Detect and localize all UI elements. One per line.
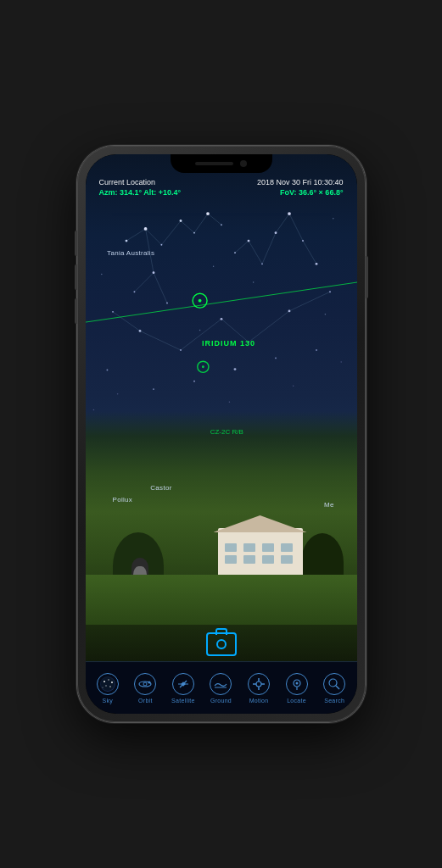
ground-icon: [210, 673, 232, 695]
svg-point-32: [234, 252, 236, 253]
svg-point-50: [275, 357, 277, 359]
svg-point-36: [288, 212, 291, 215]
me-label: Me: [324, 501, 334, 509]
nav-label-ground: Ground: [210, 698, 232, 704]
nav-label-motion: Motion: [249, 698, 269, 704]
fov-label: FoV: 36.6° × 66.8°: [280, 188, 344, 197]
phone-notch: [171, 154, 272, 173]
svg-line-8: [154, 273, 167, 303]
grass: [86, 575, 357, 625]
ground-background: [86, 411, 357, 663]
nav-item-search[interactable]: Search: [319, 670, 350, 704]
svg-point-44: [288, 309, 290, 312]
svg-point-46: [106, 370, 108, 371]
nav-label-locate: Locate: [287, 698, 306, 704]
orbit-icon: [134, 673, 156, 695]
nav-label-orbit: Orbit: [138, 698, 153, 704]
svg-point-69: [108, 679, 109, 680]
svg-point-30: [133, 291, 135, 292]
svg-point-47: [153, 388, 154, 390]
svg-point-33: [247, 240, 249, 242]
svg-point-57: [333, 218, 334, 220]
svg-line-4: [194, 214, 208, 233]
svg-line-91: [336, 686, 339, 689]
window: [262, 555, 274, 564]
nav-label-sky: Sky: [102, 698, 113, 704]
svg-point-52: [199, 330, 200, 331]
motion-icon: [248, 673, 270, 695]
nav-label-satellite: Satellite: [171, 698, 195, 704]
svg-point-68: [104, 681, 105, 682]
svg-point-60: [292, 386, 294, 387]
phone-screen: Current Location 2018 Nov 30 Fri 10:30:4…: [86, 154, 357, 714]
iridium-label: IRIDIUM 130: [202, 339, 255, 348]
svg-point-90: [329, 679, 337, 687]
svg-point-23: [143, 227, 147, 231]
svg-point-75: [143, 682, 147, 686]
svg-point-41: [180, 349, 182, 351]
location-label: Current Location: [99, 178, 156, 186]
castor-label: Castor: [150, 484, 171, 492]
nav-label-search: Search: [324, 698, 344, 704]
svg-line-20: [289, 292, 330, 311]
svg-line-12: [276, 214, 289, 233]
svg-point-72: [109, 686, 111, 687]
svg-point-49: [233, 368, 236, 370]
svg-point-28: [221, 224, 222, 225]
cz2c-label: CZ-2C R/B: [210, 428, 243, 436]
nav-item-orbit[interactable]: Orbit: [130, 670, 160, 704]
svg-line-7: [134, 273, 154, 292]
svg-point-58: [116, 393, 118, 395]
svg-point-38: [315, 263, 317, 265]
svg-point-25: [179, 220, 182, 222]
svg-point-48: [193, 381, 195, 382]
svg-line-16: [140, 331, 181, 350]
pollux-label: Pollux: [113, 496, 133, 504]
svg-point-34: [261, 263, 263, 264]
camera-button[interactable]: [206, 632, 237, 656]
search-icon: [323, 673, 345, 695]
svg-line-0: [126, 229, 146, 241]
window: [243, 543, 255, 552]
svg-point-66: [201, 365, 204, 368]
svg-line-9: [235, 241, 249, 253]
sky-icon-inner: [100, 676, 115, 692]
tania-australis-label: Tania Australis: [107, 249, 154, 257]
locate-icon: [286, 673, 308, 695]
svg-point-86: [256, 682, 261, 687]
svg-point-40: [138, 330, 141, 332]
window: [281, 555, 293, 564]
azm-alt-label: Azm: 314.1° Alt: +10.4°: [99, 188, 182, 197]
svg-point-64: [198, 299, 201, 303]
svg-point-35: [274, 231, 277, 234]
nav-item-ground[interactable]: Ground: [205, 670, 236, 704]
camera-lens-icon: [216, 639, 227, 649]
header-row-1: Current Location 2018 Nov 30 Fri 10:30:4…: [99, 178, 344, 186]
svg-point-53: [252, 281, 254, 283]
building-windows: [218, 537, 303, 570]
svg-point-24: [160, 244, 162, 246]
window: [243, 555, 255, 564]
svg-line-11: [262, 233, 276, 264]
svg-point-29: [152, 271, 154, 274]
svg-point-56: [101, 274, 103, 275]
app-screen: Current Location 2018 Nov 30 Fri 10:30:4…: [86, 154, 357, 714]
nav-item-satellite[interactable]: Satellite: [168, 670, 199, 704]
svg-point-67: [101, 677, 115, 691]
svg-point-51: [316, 349, 317, 351]
speaker-icon: [195, 162, 233, 165]
nav-item-motion[interactable]: Motion: [243, 670, 274, 704]
svg-line-10: [249, 241, 262, 264]
svg-line-14: [303, 241, 316, 264]
svg-point-76: [148, 681, 151, 683]
nav-item-locate[interactable]: Locate: [282, 670, 312, 704]
nav-item-sky[interactable]: Sky: [92, 670, 123, 704]
datetime-label: 2018 Nov 30 Fri 10:30:40: [257, 178, 344, 186]
svg-line-21: [86, 282, 357, 322]
bottom-navigation: Sky Orbit: [86, 661, 357, 714]
svg-point-37: [302, 240, 304, 242]
svg-point-39: [112, 311, 114, 313]
svg-line-13: [289, 214, 303, 241]
sky-icon: [97, 673, 119, 695]
svg-line-19: [249, 311, 289, 342]
